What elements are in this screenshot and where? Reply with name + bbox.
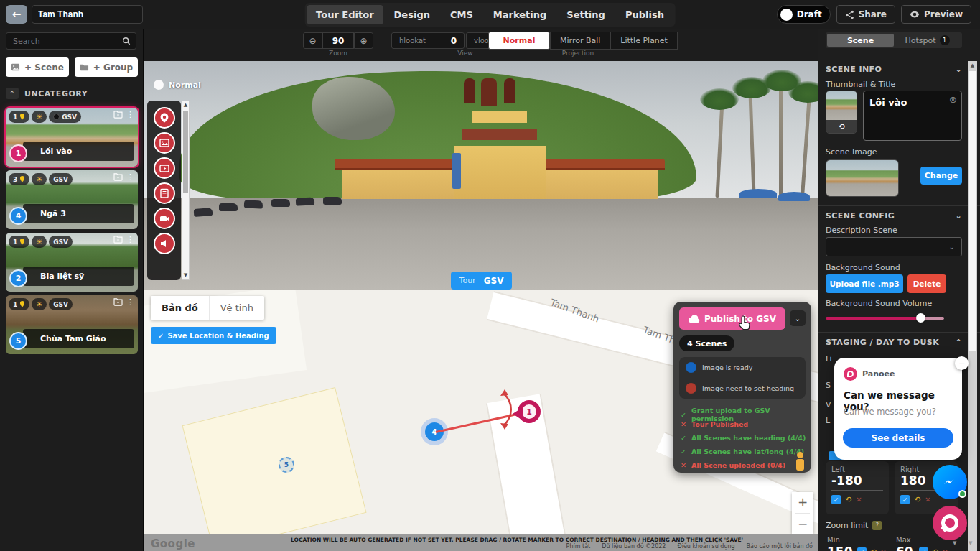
nav-cms[interactable]: CMS bbox=[441, 5, 482, 24]
scroll-down-icon[interactable]: ▼ bbox=[182, 273, 189, 278]
upload-mp3-button[interactable]: Upload file .mp3 bbox=[826, 274, 903, 293]
caret-down-icon[interactable]: ▾ bbox=[969, 538, 973, 547]
projection-mirror-ball[interactable]: Mirror Ball bbox=[550, 32, 610, 50]
move-to-folder-icon[interactable] bbox=[113, 236, 123, 244]
zoom-value[interactable]: 90 bbox=[322, 32, 354, 49]
undo-icon[interactable]: ⟲ bbox=[870, 548, 877, 551]
checkbox-checked-icon[interactable]: ✓ bbox=[919, 547, 928, 551]
scroll-up-icon[interactable]: ▲ bbox=[182, 103, 189, 108]
map-tab[interactable]: Bản đồ bbox=[151, 296, 209, 320]
scene-card-bia-liet-sy[interactable]: 1 ☀ GSV ⋮ Bia liệt sỹ 2 bbox=[6, 233, 138, 292]
delete-sound-button[interactable]: Delete bbox=[907, 274, 946, 293]
min-value[interactable]: 150 bbox=[827, 545, 853, 551]
add-scene-button[interactable]: + Scene bbox=[6, 57, 69, 77]
back-button[interactable]: ← bbox=[6, 5, 27, 24]
nav-marketing[interactable]: Marketing bbox=[484, 5, 556, 24]
move-to-folder-icon[interactable] bbox=[113, 173, 123, 181]
move-to-folder-icon[interactable] bbox=[113, 298, 123, 306]
add-camera-hotspot-button[interactable] bbox=[154, 208, 175, 229]
more-options-icon[interactable]: ⋮ bbox=[126, 236, 134, 244]
scrollbar-thumb[interactable] bbox=[969, 71, 976, 351]
share-button[interactable]: Share bbox=[836, 5, 895, 24]
gsv-badge[interactable]: GSV bbox=[49, 173, 73, 185]
hotspot-toolbar-scrollbar[interactable]: ▲ ▼ bbox=[182, 101, 190, 280]
scene-title-input[interactable]: Lối vào ⊗ bbox=[863, 91, 962, 141]
remove-icon[interactable]: ✕ bbox=[880, 549, 886, 551]
add-image-hotspot-button[interactable] bbox=[154, 132, 175, 154]
more-options-icon[interactable]: ⋮ bbox=[126, 298, 134, 306]
satellite-tab[interactable]: Vệ tinh bbox=[209, 296, 264, 320]
move-to-folder-icon[interactable] bbox=[113, 111, 123, 119]
chat-minimize-button[interactable]: − bbox=[955, 356, 969, 370]
undo-icon[interactable]: ⟲ bbox=[932, 548, 938, 551]
terms-link[interactable]: Điều khoản sử dụng bbox=[677, 543, 734, 550]
save-location-button[interactable]: ✓ Save Location & Heading bbox=[151, 327, 276, 344]
scrollbar-thumb[interactable] bbox=[183, 111, 188, 193]
map-marker-5[interactable]: 5 bbox=[279, 457, 294, 473]
tab-scene[interactable]: Scene bbox=[827, 34, 894, 47]
projection-little-planet[interactable]: Little Planet bbox=[610, 32, 678, 50]
map-marker-1[interactable]: 1 bbox=[518, 400, 541, 423]
panoee-chat-launcher[interactable] bbox=[933, 506, 967, 540]
view-limit-left-field[interactable]: Left -180 ✓ ⟲ ✕ bbox=[826, 461, 889, 514]
scene-config-header[interactable]: SCENE CONFIG⌄ bbox=[826, 211, 962, 221]
add-point-hotspot-button[interactable] bbox=[154, 107, 175, 129]
more-options-icon[interactable]: ⋮ bbox=[126, 173, 134, 181]
volume-slider[interactable] bbox=[826, 313, 944, 323]
draft-toggle[interactable]: Draft bbox=[777, 5, 831, 24]
scene-info-header[interactable]: SCENE INFO⌄ bbox=[826, 65, 962, 74]
map-zoom-out-button[interactable]: − bbox=[792, 514, 813, 534]
nav-publish[interactable]: Publish bbox=[616, 5, 673, 24]
max-value[interactable]: 60 bbox=[896, 545, 913, 551]
change-image-button[interactable]: Change bbox=[920, 167, 962, 185]
more-options-icon[interactable]: ⋮ bbox=[126, 111, 134, 119]
caret-down-icon[interactable]: ▾ bbox=[953, 538, 957, 547]
undo-icon[interactable]: ⟲ bbox=[914, 496, 920, 504]
nav-design[interactable]: Design bbox=[385, 5, 439, 24]
checkbox-checked-icon[interactable]: ✓ bbox=[900, 495, 910, 504]
staging-header[interactable]: STAGING / DAY TO DUSK⌃ bbox=[826, 338, 962, 347]
remove-icon[interactable]: ✕ bbox=[942, 549, 948, 551]
location-map[interactable]: Tam Thanh Tam Th Bản đồ Vệ tinh ✓ Save L… bbox=[144, 290, 818, 551]
publish-options-button[interactable]: ⌄ bbox=[790, 310, 806, 326]
scene-card-loi-vao[interactable]: 1 ☀ GSV ⋮ Lối vào 1 bbox=[6, 108, 138, 167]
preview-button[interactable]: Preview bbox=[901, 5, 971, 24]
remove-icon[interactable]: ✕ bbox=[925, 496, 930, 504]
clear-title-icon[interactable]: ⊗ bbox=[949, 94, 957, 105]
gsv-toggle-badge[interactable]: GSV bbox=[49, 111, 81, 123]
checkbox-checked-icon[interactable]: ✓ bbox=[831, 495, 841, 504]
projection-normal[interactable]: Normal bbox=[488, 32, 550, 50]
map-zoom-in-button[interactable]: + bbox=[792, 492, 813, 513]
remove-icon[interactable]: ✕ bbox=[856, 496, 862, 504]
add-video-hotspot-button[interactable] bbox=[154, 157, 175, 179]
see-details-button[interactable]: See details bbox=[843, 428, 953, 448]
search-input[interactable] bbox=[11, 36, 119, 47]
tab-hotspot[interactable]: Hotspot1 bbox=[894, 34, 961, 47]
gsv-badge[interactable]: GSV bbox=[49, 236, 73, 248]
zoom-in-button[interactable]: ⊕ bbox=[354, 32, 373, 49]
hlookat-field[interactable]: hlookat 0 bbox=[391, 32, 465, 49]
add-group-button[interactable]: + Group bbox=[75, 57, 138, 77]
checkbox-checked-icon[interactable]: ✓ bbox=[857, 547, 867, 551]
scene-card-chua-tam-giao[interactable]: 1 ☀ GSV ⋮ Chùa Tam Giáo 5 bbox=[6, 295, 138, 354]
pegman-icon[interactable] bbox=[795, 452, 805, 472]
inspector-scrollbar[interactable]: ▲ bbox=[968, 61, 977, 551]
refresh-thumbnail-button[interactable]: ⟲ bbox=[826, 120, 857, 133]
scene-search[interactable] bbox=[6, 32, 136, 50]
tour-title-input[interactable] bbox=[32, 5, 143, 24]
add-article-hotspot-button[interactable] bbox=[154, 182, 175, 204]
left-value[interactable]: -180 bbox=[831, 473, 883, 491]
tour-option[interactable]: Tour bbox=[459, 276, 476, 285]
description-select[interactable]: ⌄ bbox=[826, 237, 962, 256]
zoom-out-button[interactable]: ⊖ bbox=[303, 32, 322, 49]
tour-gsv-toggle[interactable]: Tour GSV bbox=[451, 272, 512, 290]
nav-setting[interactable]: Setting bbox=[557, 5, 615, 24]
panorama-view[interactable]: Normal ▲ ▼ bbox=[144, 61, 818, 290]
slider-knob[interactable] bbox=[916, 313, 925, 323]
gsv-badge[interactable]: GSV bbox=[49, 298, 73, 310]
nav-tour-editor[interactable]: Tour Editor bbox=[307, 5, 383, 24]
category-header[interactable]: ⌃ UNCATEGORY bbox=[6, 88, 88, 99]
publish-to-gsv-button[interactable]: Publish to GSV bbox=[679, 307, 785, 330]
shortcuts-link[interactable]: Phím tắt bbox=[566, 543, 591, 550]
help-icon[interactable]: ? bbox=[872, 521, 882, 530]
